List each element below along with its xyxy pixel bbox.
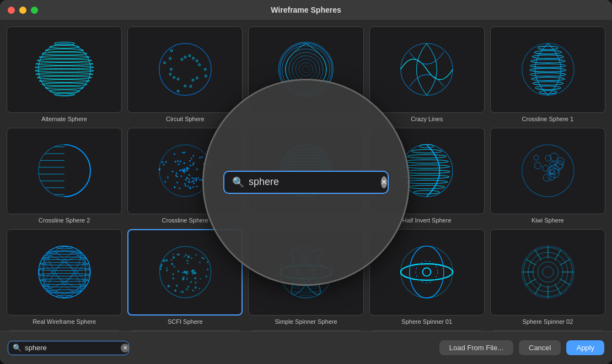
svg-point-126: [189, 182, 191, 183]
svg-rect-228: [182, 272, 183, 273]
titlebar: Wireframe Spheres: [0, 0, 612, 20]
svg-rect-234: [194, 278, 196, 279]
item-empty1[interactable]: [248, 26, 363, 122]
item-bottom2[interactable]: [127, 330, 243, 331]
thumb-circuit-sphere: [127, 26, 243, 113]
svg-rect-270: [187, 286, 189, 287]
thumb-kiwi-sphere: [490, 128, 605, 214]
thumb-crossline-sphere-1: [490, 26, 605, 113]
search-bar[interactable]: 🔍 ✕: [8, 341, 129, 355]
maximize-button[interactable]: [31, 7, 38, 14]
svg-point-19: [205, 75, 207, 78]
svg-point-33: [184, 56, 186, 58]
svg-point-95: [192, 164, 194, 166]
thumb-empty1: [248, 26, 363, 113]
close-button[interactable]: [8, 7, 15, 14]
svg-point-21: [192, 79, 194, 82]
traffic-lights: [8, 7, 38, 14]
magnifier-search-bar[interactable]: 🔍 ✕: [223, 171, 389, 194]
svg-rect-271: [203, 258, 205, 259]
svg-rect-237: [207, 269, 208, 270]
svg-point-120: [162, 161, 163, 163]
svg-point-53: [532, 55, 564, 58]
svg-point-137: [195, 178, 197, 180]
item-bottom5[interactable]: [490, 330, 605, 331]
svg-point-82: [190, 187, 191, 189]
apply-button[interactable]: Apply: [566, 340, 604, 355]
svg-point-2: [49, 46, 79, 48]
magnifier-clear-button[interactable]: ✕: [381, 176, 387, 188]
svg-rect-275: [166, 270, 168, 271]
svg-point-154: [294, 146, 318, 149]
svg-point-280: [280, 246, 332, 298]
load-from-file-button[interactable]: Load From File...: [439, 340, 513, 355]
svg-point-151: [174, 187, 175, 188]
svg-point-292: [289, 282, 323, 284]
svg-point-140: [180, 161, 181, 162]
item-bottom4[interactable]: [369, 330, 485, 331]
svg-rect-224: [191, 258, 192, 259]
svg-rect-263: [173, 257, 175, 259]
svg-point-212: [42, 247, 86, 298]
svg-point-213: [36, 241, 93, 303]
svg-rect-261: [187, 256, 190, 258]
svg-point-298: [410, 246, 444, 298]
svg-point-142: [201, 180, 203, 181]
svg-point-113: [207, 172, 208, 174]
label-crazy-lines: Crazy Lines: [411, 116, 443, 122]
svg-rect-251: [165, 259, 168, 262]
item-crazy-lines[interactable]: Crazy Lines: [369, 26, 485, 122]
svg-rect-255: [163, 259, 165, 262]
svg-point-36: [196, 60, 198, 62]
svg-point-210: [33, 244, 95, 300]
cancel-button[interactable]: Cancel: [519, 340, 561, 355]
svg-point-202: [40, 263, 89, 265]
svg-point-289: [288, 269, 324, 271]
item-real-wireframe[interactable]: Real Wireframe Sphere: [7, 229, 122, 325]
svg-rect-272: [186, 260, 188, 262]
thumb-alternate-sphere: [7, 26, 122, 113]
svg-rect-252: [182, 276, 184, 278]
item-bottom1[interactable]: [7, 330, 122, 331]
thumb-bottom2: [127, 330, 243, 331]
svg-point-314: [542, 267, 553, 278]
svg-rect-262: [184, 271, 186, 273]
item-circuit-sphere[interactable]: Circuit Sphere: [127, 26, 243, 122]
svg-point-39: [280, 44, 332, 95]
svg-point-32: [181, 58, 183, 61]
item-simple-spinner[interactable]: Simple Spinner Sphere: [248, 229, 363, 325]
svg-point-136: [186, 167, 188, 169]
svg-point-158: [282, 159, 330, 162]
search-icon: 🔍: [13, 344, 22, 352]
svg-rect-240: [180, 291, 181, 292]
svg-point-205: [40, 279, 89, 282]
minimize-button[interactable]: [19, 7, 26, 14]
item-crossline-sphere-1[interactable]: Crossline Sphere 1: [490, 26, 605, 122]
item-kiwi-sphere[interactable]: Kiwi Sphere: [490, 128, 605, 224]
svg-point-108: [209, 165, 211, 166]
clear-button[interactable]: ✕: [121, 344, 130, 352]
svg-rect-236: [191, 270, 194, 272]
svg-point-297: [401, 264, 453, 280]
magnifier-search-input[interactable]: [249, 176, 377, 188]
item-alternate-sphere[interactable]: Alternate Sphere: [7, 26, 122, 122]
svg-point-44: [289, 52, 323, 86]
item-crossline-sphere-2[interactable]: Crossline Sphere 2: [7, 128, 122, 224]
svg-point-144: [191, 158, 192, 160]
svg-point-59: [533, 82, 563, 85]
magnifier-search-icon: 🔍: [232, 176, 244, 188]
svg-point-101: [176, 173, 178, 175]
item-bottom3[interactable]: [248, 330, 363, 331]
svg-rect-227: [186, 279, 187, 280]
item-scfi-sphere[interactable]: SCFI Sphere: [127, 229, 243, 325]
svg-rect-221: [161, 264, 163, 266]
search-input[interactable]: [25, 344, 117, 352]
thumb-bottom5: [490, 330, 605, 331]
item-sphere-spinner-01[interactable]: Sphere Spinner 01: [369, 229, 485, 325]
svg-point-157: [284, 156, 328, 159]
thumb-sphere-spinner-02: [490, 229, 605, 316]
svg-point-148: [185, 185, 186, 187]
svg-point-77: [184, 162, 185, 164]
item-sphere-spinner-02[interactable]: Sphere Spinner 02: [490, 229, 605, 325]
svg-point-160: [281, 165, 332, 168]
